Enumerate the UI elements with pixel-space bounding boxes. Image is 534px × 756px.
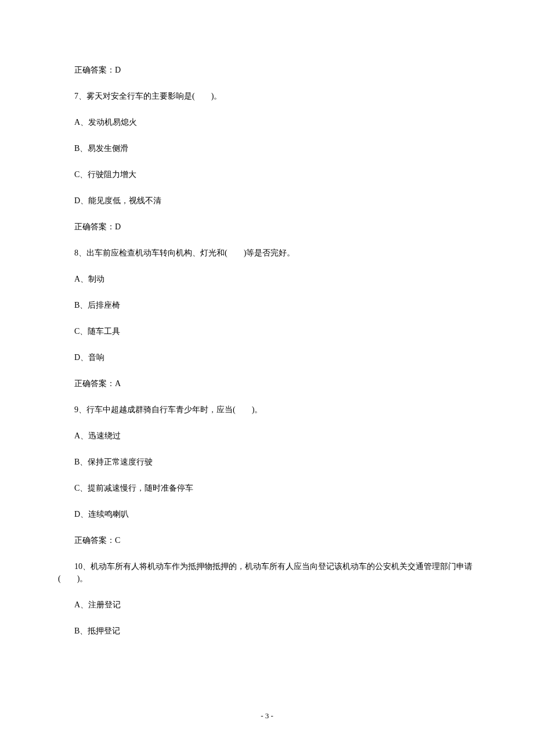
question-text: 10、机动车所有人将机动车作为抵押物抵押的，机动车所有人应当向登记该机动车的公安…: [58, 560, 476, 585]
question-text: 9、行车中超越成群骑自行车青少年时，应当( )。: [58, 404, 476, 416]
option-a: A、迅速绕过: [58, 430, 476, 442]
answer-text: 正确答案：A: [58, 377, 476, 390]
answer-text: 正确答案：C: [58, 534, 476, 546]
option-c: C、随车工具: [58, 325, 476, 337]
option-b: B、抵押登记: [58, 625, 476, 637]
option-b: B、易发生侧滑: [58, 142, 476, 154]
option-d: D、连续鸣喇叭: [58, 508, 476, 520]
option-a: A、发动机易熄火: [58, 116, 476, 128]
answer-text: 正确答案：D: [58, 221, 476, 233]
option-c: C、提前减速慢行，随时准备停车: [58, 482, 476, 494]
option-d: D、音响: [58, 351, 476, 363]
document-page: 正确答案：D 7、雾天对安全行车的主要影响是( )。 A、发动机易熄火 B、易发…: [0, 0, 534, 756]
page-number: - 3 -: [0, 710, 534, 722]
answer-text: 正确答案：D: [58, 64, 476, 76]
option-a: A、注册登记: [58, 599, 476, 611]
question-text: 7、雾天对安全行车的主要影响是( )。: [58, 90, 476, 102]
option-a: A、制动: [58, 273, 476, 285]
question-text: 8、出车前应检查机动车转向机构、灯光和( )等是否完好。: [58, 247, 476, 259]
option-b: B、保持正常速度行驶: [58, 456, 476, 468]
option-b: B、后排座椅: [58, 299, 476, 311]
option-c: C、行驶阻力增大: [58, 168, 476, 181]
option-d: D、能见度低，视线不清: [58, 195, 476, 207]
